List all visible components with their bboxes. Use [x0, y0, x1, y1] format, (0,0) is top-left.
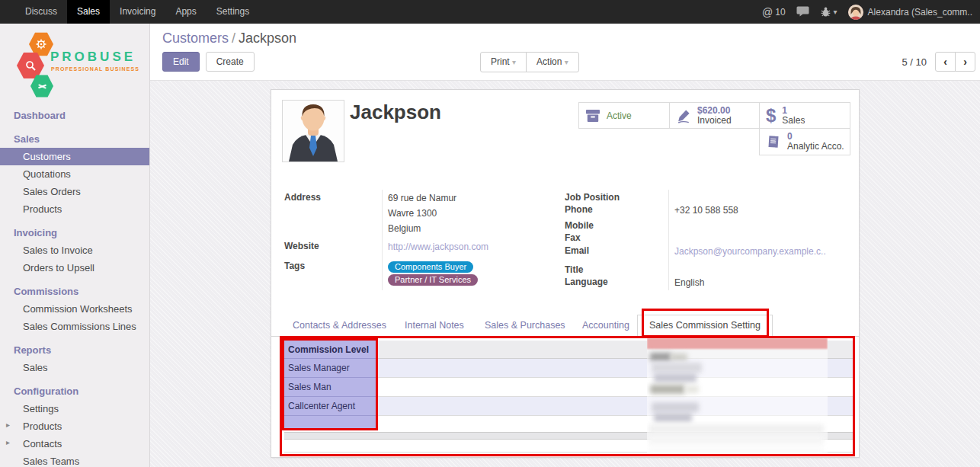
print-button[interactable]: Print ▾ — [480, 52, 527, 72]
sales-stat-button[interactable]: $ 1Sales — [759, 102, 850, 129]
breadcrumb-current: Jackpson — [239, 30, 296, 46]
app-menu: Discuss Sales Invoicing Apps Settings — [0, 0, 259, 24]
sales-count-label: Sales — [782, 116, 805, 126]
cell-sales-man[interactable]: Sales Man — [284, 378, 376, 397]
sidebar-item-settings[interactable]: Settings — [0, 400, 149, 417]
pager-next-button[interactable]: › — [955, 52, 975, 72]
tab-internal-notes[interactable]: Internal Notes — [393, 315, 476, 337]
messages-icon[interactable] — [796, 5, 809, 19]
sidebar-section-invoicing[interactable]: Invoicing — [0, 223, 149, 241]
invoiced-stat-button[interactable]: $620.00Invoiced — [669, 102, 760, 129]
caret-down-icon: ▾ — [512, 58, 516, 66]
logo-title: PROBUSE — [50, 50, 136, 65]
phone-value: +32 10 588 558 — [674, 205, 738, 216]
screen: Discuss Sales Invoicing Apps Settings @ … — [0, 0, 980, 467]
sidebar-item-config-products[interactable]: ▸Products — [0, 417, 149, 435]
sidebar-section-reports[interactable]: Reports — [0, 341, 149, 359]
cell-callcenter-agent[interactable]: Callcenter Agent — [284, 397, 376, 416]
control-panel: Customers/Jackpson Edit Create Print ▾ A… — [150, 24, 980, 81]
redacted-column-header — [647, 338, 828, 349]
commission-level-column: Commission Level Sales Manager Sales Man… — [284, 341, 376, 428]
chevron-left-icon: ‹ — [943, 56, 947, 68]
businessman-avatar-icon — [283, 101, 344, 162]
print-action-group: Print ▾ Action ▾ — [480, 52, 579, 72]
invoiced-value: $620.00 — [697, 106, 732, 116]
title-label: Title — [565, 264, 583, 275]
book-icon — [766, 134, 781, 149]
sidebar-section-sales[interactable]: Sales — [0, 130, 149, 148]
invoiced-label: Invoiced — [697, 116, 732, 126]
sidebar-item-sales-teams[interactable]: Sales Teams — [0, 453, 149, 467]
mention-count: 10 — [775, 7, 785, 18]
menu-apps[interactable]: Apps — [165, 0, 206, 24]
sidebar-section-configuration[interactable]: Configuration — [0, 382, 149, 400]
sidebar-section-commissions[interactable]: Commissions — [0, 282, 149, 300]
caret-down-icon: ▾ — [834, 8, 837, 16]
sidebar-item-customers[interactable]: Customers — [0, 148, 149, 165]
at-icon: @ — [762, 6, 773, 18]
bug-icon — [820, 6, 831, 18]
breadcrumb-separator: / — [229, 30, 239, 46]
language-label: Language — [565, 277, 608, 287]
user-menu[interactable]: Alexandra (Sales_comm.. — [848, 5, 972, 20]
content-area: Jackpson Active $620.00Invoiced $ 1Sales… — [150, 81, 980, 467]
edit-button[interactable]: Edit — [162, 52, 200, 72]
language-value: English — [674, 277, 704, 288]
sidebar-item-quotations[interactable]: Quotations — [0, 165, 149, 183]
topbar: Discuss Sales Invoicing Apps Settings @ … — [0, 0, 980, 24]
website-link[interactable]: http://www.jackpson.com — [388, 241, 488, 252]
triangle-right-icon: ▸ — [6, 438, 10, 446]
column-header-commission-level[interactable]: Commission Level — [284, 341, 376, 359]
sidebar-item-reports-sales[interactable]: Sales — [0, 359, 149, 376]
sidebar-item-products[interactable]: Products — [0, 200, 149, 218]
active-status-label: Active — [607, 110, 632, 121]
breadcrumb-customers[interactable]: Customers — [162, 30, 229, 46]
systray: @ 10 ▾ Alexandra (Sales_comm.. — [762, 5, 980, 20]
email-link[interactable]: Jackpson@yourcompany.example.c.. — [674, 246, 826, 257]
create-button[interactable]: Create — [206, 52, 255, 72]
menu-invoicing[interactable]: Invoicing — [110, 0, 165, 24]
tag-components-buyer[interactable]: Components Buyer — [388, 261, 473, 273]
notebook-tabs: Contacts & Addresses Internal Notes Sale… — [271, 315, 859, 337]
dollar-icon: $ — [766, 107, 776, 125]
sidebar-item-sales-to-invoice[interactable]: Sales to Invoice — [0, 241, 149, 259]
field-divider — [382, 190, 383, 290]
action-button[interactable]: Action ▾ — [526, 52, 579, 72]
debug-menu[interactable]: ▾ — [820, 6, 837, 18]
address-line3: Belgium — [388, 223, 421, 234]
pencil-icon — [676, 108, 691, 123]
sidebar-item-sales-orders[interactable]: Sales Orders — [0, 183, 149, 200]
menu-sales[interactable]: Sales — [67, 0, 110, 24]
tag-partner-it-services[interactable]: Partner / IT Services — [388, 274, 478, 286]
tab-sales-purchases[interactable]: Sales & Purchases — [473, 315, 577, 337]
menu-settings[interactable]: Settings — [207, 0, 259, 24]
sidebar-item-orders-to-upsell[interactable]: Orders to Upsell — [0, 259, 149, 277]
cell-sales-manager[interactable]: Sales Manager — [284, 359, 376, 378]
pager-previous-button[interactable]: ‹ — [935, 52, 956, 72]
triangle-right-icon: ▸ — [6, 421, 10, 429]
sidebar-item-commission-worksheets[interactable]: Commission Worksheets — [0, 300, 149, 318]
chevron-right-icon: › — [963, 56, 967, 68]
address-label: Address — [284, 192, 321, 203]
tab-accounting[interactable]: Accounting — [571, 315, 641, 337]
address-line1: 69 rue de Namur — [388, 193, 456, 203]
mentions-button[interactable]: @ 10 — [762, 6, 786, 18]
sidebar-item-config-contacts[interactable]: ▸Contacts — [0, 435, 149, 453]
tab-sales-commission-setting[interactable]: Sales Commission Setting — [637, 315, 773, 337]
customer-photo[interactable] — [282, 100, 344, 162]
sales-count-value: 1 — [782, 106, 805, 116]
field-divider — [668, 190, 669, 290]
tab-contacts-addresses[interactable]: Contacts & Addresses — [281, 315, 398, 337]
sidebar-section-dashboard[interactable]: Dashboard — [0, 106, 149, 124]
user-avatar — [848, 5, 863, 20]
sidebar-item-sales-commissions-lines[interactable]: Sales Commissions Lines — [0, 318, 149, 335]
probuse-logo: PROBUSE PROFESSIONAL BUSINESS — [11, 31, 140, 92]
email-label: Email — [565, 245, 589, 256]
redacted-commission-values — [647, 338, 828, 456]
active-stat-button[interactable]: Active — [578, 102, 670, 129]
analytic-count-label: Analytic Acco... — [787, 142, 844, 152]
menu-discuss[interactable]: Discuss — [15, 0, 67, 24]
breadcrumb: Customers/Jackpson — [162, 30, 296, 46]
analytic-stat-button[interactable]: 0Analytic Acco... — [759, 128, 850, 155]
mobile-label: Mobile — [565, 220, 594, 231]
